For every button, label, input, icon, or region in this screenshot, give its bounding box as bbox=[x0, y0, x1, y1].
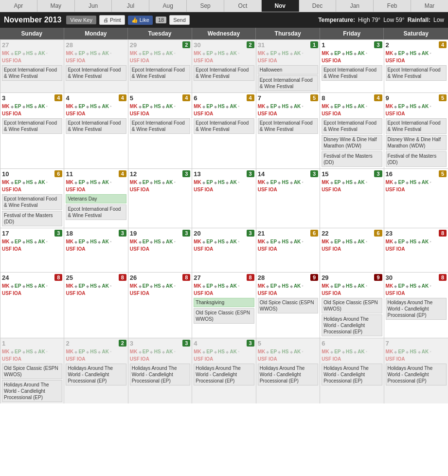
cell-date: 16 bbox=[386, 170, 393, 178]
cell-4-6[interactable]: 226MK ◆ EP ◆ HS ◆ AK * USF IOA bbox=[320, 228, 384, 272]
cell-6-2[interactable]: 22MK ◆ EP ◆ HS ◆ AK * USF IOAHolidays Ar… bbox=[64, 338, 128, 403]
cell-date: 29 bbox=[130, 41, 137, 49]
cell-3-6[interactable]: 153MK ◆ EP ◆ HS ◆ AK * USF IOA bbox=[320, 169, 384, 228]
park-codes: MK ◆ EP ◆ HS ◆ AK * USF IOA bbox=[386, 348, 447, 363]
cell-date: 4 bbox=[66, 94, 69, 102]
month-may[interactable]: May bbox=[37, 0, 75, 12]
event-box: Holidays Around The World - Candlelight … bbox=[66, 364, 126, 385]
cell-2-6[interactable]: 84MK ◆ EP ◆ HS ◆ AK * USF IOAEpcot Inter… bbox=[320, 93, 384, 168]
park-codes: MK ◆ EP ◆ HS ◆ AK * USF IOA bbox=[386, 50, 447, 64]
cell-5-6[interactable]: 299MK ◆ EP ◆ HS ◆ AK * USF IOAOld Spice … bbox=[320, 273, 384, 338]
cell-4-7[interactable]: 238MK ◆ EP ◆ HS ◆ AK * USF IOA bbox=[384, 228, 448, 272]
view-key-button[interactable]: View Key bbox=[66, 16, 96, 24]
park-codes: MK ◆ EP ◆ HS ◆ AK * USF IOA bbox=[322, 179, 382, 193]
cell-1-4[interactable]: 302MK ◆ EP ◆ HS ◆ AK * USF IOAEpcot Inte… bbox=[192, 40, 256, 92]
cell-2-5[interactable]: 75MK ◆ EP ◆ HS ◆ AK * USF IOAEpcot Inter… bbox=[256, 93, 320, 168]
month-apr[interactable]: Apr bbox=[0, 0, 37, 12]
cell-1-6[interactable]: 13MK ◆ EP ◆ HS ◆ AK * USF IOAEpcot Inter… bbox=[320, 40, 384, 92]
cell-5-7[interactable]: 308MK ◆ EP ◆ HS ◆ AK * USF IOAHolidays A… bbox=[384, 273, 448, 338]
cell-2-4[interactable]: 64MK ◆ EP ◆ HS ◆ AK * USF IOAEpcot Inter… bbox=[192, 93, 256, 168]
cell-3-7[interactable]: 165MK ◆ EP ◆ HS ◆ AK * USF IOA bbox=[384, 169, 448, 228]
cell-date: 12 bbox=[130, 170, 137, 178]
event-box: Epcot International Food & Wine Festival bbox=[322, 65, 382, 81]
crowd-badge: 3 bbox=[374, 41, 382, 48]
week-row-3: ▶106MK ◆ EP ◆ HS ◆ AK * USF IOAEpcot Int… bbox=[0, 168, 448, 228]
cell-3-4[interactable]: 133MK ◆ EP ◆ HS ◆ AK * USF IOA bbox=[192, 169, 256, 228]
cell-5-1[interactable]: 248MK ◆ EP ◆ HS ◆ AK * USF IOA bbox=[0, 273, 64, 338]
event-box: Epcot International Food & Wine Festival bbox=[2, 65, 62, 81]
park-codes: MK ◆ EP ◆ HS ◆ AK * USF IOA bbox=[386, 179, 447, 193]
cell-5-3[interactable]: 268MK ◆ EP ◆ HS ◆ AK * USF IOA bbox=[128, 273, 192, 338]
month-jun[interactable]: Jun bbox=[75, 0, 112, 12]
park-codes: MK ◆ EP ◆ HS ◆ AK * USF IOA bbox=[194, 179, 254, 193]
cell-1-7[interactable]: 24MK ◆ EP ◆ HS ◆ AK * USF IOAEpcot Inter… bbox=[384, 40, 448, 92]
day-headers: Sunday Monday Tuesday Wednesday Thursday… bbox=[0, 28, 448, 39]
park-codes: MK ◆ EP ◆ HS ◆ AK * USF IOA bbox=[130, 179, 190, 193]
month-mar[interactable]: Mar bbox=[411, 0, 448, 12]
park-codes: MK ◆ EP ◆ HS ◆ AK * USF IOA bbox=[194, 282, 254, 297]
cell-6-3[interactable]: 33MK ◆ EP ◆ HS ◆ AK * USF IOAHolidays Ar… bbox=[128, 338, 192, 403]
month-nov[interactable]: Nov bbox=[262, 0, 299, 12]
week-row-2: ▶34MK ◆ EP ◆ HS ◆ AK * USF IOAEpcot Inte… bbox=[0, 92, 448, 168]
cell-6-1[interactable]: 1MK ◆ EP ◆ HS ◆ AK * USF IOAOld Spice Cl… bbox=[0, 338, 64, 403]
cell-2-3[interactable]: 54MK ◆ EP ◆ HS ◆ AK * USF IOAEpcot Inter… bbox=[128, 93, 192, 168]
crowd-badge: 8 bbox=[439, 230, 447, 237]
cell-5-2[interactable]: 258MK ◆ EP ◆ HS ◆ AK * USF IOA bbox=[64, 273, 128, 338]
cell-6-5[interactable]: 5MK ◆ EP ◆ HS ◆ AK * USF IOAHolidays Aro… bbox=[256, 338, 320, 403]
cell-1-2[interactable]: 28MK ◆ EP ◆ HS ◆ AK * USF IOAEpcot Inter… bbox=[64, 40, 128, 92]
week-row-5: ▶248MK ◆ EP ◆ HS ◆ AK * USF IOA258MK ◆ E… bbox=[0, 272, 448, 338]
cell-3-2[interactable]: 114MK ◆ EP ◆ HS ◆ AK * USF IOAVeterans D… bbox=[64, 169, 128, 228]
send-button[interactable]: Send bbox=[169, 15, 190, 25]
cell-4-2[interactable]: 183MK ◆ EP ◆ HS ◆ AK * USF IOA bbox=[64, 228, 128, 272]
event-box: Thanksgiving bbox=[194, 298, 254, 307]
cell-3-5[interactable]: 143MK ◆ EP ◆ HS ◆ AK * USF IOA bbox=[256, 169, 320, 228]
event-box: Holidays Around The World - Candlelight … bbox=[322, 364, 382, 385]
month-jan[interactable]: Jan bbox=[336, 0, 374, 12]
cell-date: 25 bbox=[66, 274, 72, 281]
header-thursday: Thursday bbox=[256, 28, 320, 39]
cell-1-1[interactable]: 27MK ◆ EP ◆ HS ◆ AK * USF IOAEpcot Inter… bbox=[0, 40, 64, 92]
cell-1-5[interactable]: 311MK ◆ EP ◆ HS ◆ AK * USF IOAHalloweenE… bbox=[256, 40, 320, 92]
crowd-badge: 8 bbox=[182, 274, 190, 281]
cell-4-5[interactable]: 216MK ◆ EP ◆ HS ◆ AK * USF IOA bbox=[256, 228, 320, 272]
cell-6-7[interactable]: 7MK ◆ EP ◆ HS ◆ AK * USF IOAHolidays Aro… bbox=[384, 338, 448, 403]
cell-2-2[interactable]: 44MK ◆ EP ◆ HS ◆ AK * USF IOAEpcot Inter… bbox=[64, 93, 128, 168]
cell-5-4[interactable]: 278MK ◆ EP ◆ HS ◆ AK * USF IOAThanksgivi… bbox=[192, 273, 256, 338]
temperature-high: High 79° bbox=[358, 17, 380, 23]
cell-date: 6 bbox=[322, 340, 325, 347]
cell-6-4[interactable]: 43MK ◆ EP ◆ HS ◆ AK * USF IOAHolidays Ar… bbox=[192, 338, 256, 403]
event-box: Old Spice Classic (ESPN WWOS) bbox=[258, 298, 318, 313]
cell-3-1[interactable]: 106MK ◆ EP ◆ HS ◆ AK * USF IOAEpcot Inte… bbox=[0, 169, 64, 228]
cell-2-7[interactable]: 95MK ◆ EP ◆ HS ◆ AK * USF IOAEpcot Inter… bbox=[384, 93, 448, 168]
cell-date: 5 bbox=[130, 94, 133, 102]
cell-4-4[interactable]: 203MK ◆ EP ◆ HS ◆ AK * USF IOA bbox=[192, 228, 256, 272]
print-button[interactable]: 🖨 Print bbox=[99, 15, 125, 25]
header-monday: Monday bbox=[64, 28, 128, 39]
cell-3-3[interactable]: 123MK ◆ EP ◆ HS ◆ AK * USF IOA bbox=[128, 169, 192, 228]
park-codes: MK ◆ EP ◆ HS ◆ AK * USF IOA bbox=[386, 238, 447, 253]
month-dec[interactable]: Dec bbox=[299, 0, 337, 12]
fb-like-button[interactable]: 👍 Like bbox=[128, 16, 153, 25]
cell-1-3[interactable]: 292MK ◆ EP ◆ HS ◆ AK * USF IOAEpcot Inte… bbox=[128, 40, 192, 92]
park-codes: MK ◆ EP ◆ HS ◆ AK * USF IOA bbox=[322, 282, 382, 297]
month-feb[interactable]: Feb bbox=[374, 0, 411, 12]
crowd-badge: 4 bbox=[119, 94, 126, 101]
event-box: Epcot International Food & Wine Festival bbox=[386, 118, 447, 134]
event-box: Epcot International Food & Wine Festival bbox=[322, 118, 382, 134]
crowd-badge: 6 bbox=[374, 230, 382, 237]
header-sunday: Sunday bbox=[0, 28, 64, 39]
month-jul[interactable]: Jul bbox=[112, 0, 149, 12]
cell-6-6[interactable]: 6MK ◆ EP ◆ HS ◆ AK * USF IOAHolidays Aro… bbox=[320, 338, 384, 403]
cell-4-3[interactable]: 193MK ◆ EP ◆ HS ◆ AK * USF IOA bbox=[128, 228, 192, 272]
cell-2-1[interactable]: 34MK ◆ EP ◆ HS ◆ AK * USF IOAEpcot Inter… bbox=[0, 93, 64, 168]
cell-4-1[interactable]: 173MK ◆ EP ◆ HS ◆ AK * USF IOA bbox=[0, 228, 64, 272]
cell-date: 26 bbox=[130, 274, 137, 281]
event-box: Holidays Around The World - Candlelight … bbox=[258, 364, 318, 385]
month-sep[interactable]: Sep bbox=[187, 0, 224, 12]
cell-5-5[interactable]: 289MK ◆ EP ◆ HS ◆ AK * USF IOAOld Spice … bbox=[256, 273, 320, 338]
park-codes: MK ◆ EP ◆ HS ◆ AK * USF IOA bbox=[322, 238, 382, 253]
crowd-badge: 3 bbox=[247, 230, 254, 237]
month-oct[interactable]: Oct bbox=[224, 0, 262, 12]
month-aug[interactable]: Aug bbox=[149, 0, 187, 12]
crowd-badge: 4 bbox=[374, 94, 382, 101]
